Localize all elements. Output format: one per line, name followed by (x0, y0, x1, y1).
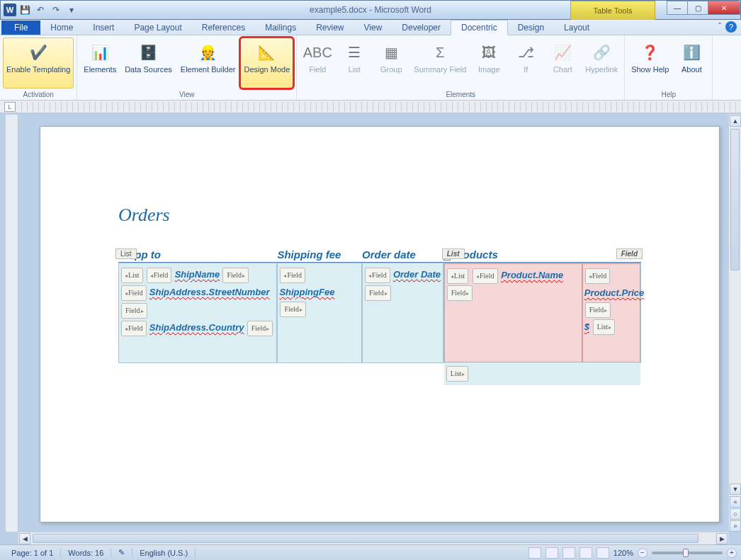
scroll-left-button[interactable]: ◀ (19, 533, 30, 544)
help-icon[interactable]: ? (725, 21, 737, 33)
field-start-tag-7[interactable]: Field (585, 268, 611, 284)
redo-button[interactable]: ↷ (49, 3, 63, 17)
vertical-ruler[interactable] (6, 115, 18, 532)
summary-field-button[interactable]: ΣSummary Field (410, 38, 470, 88)
view-weblayout-button[interactable] (562, 547, 575, 559)
field-end-tag-6[interactable]: Field (447, 285, 473, 301)
vscroll-thumb[interactable] (730, 129, 740, 270)
field-start-tag-6[interactable]: Field (473, 268, 498, 284)
prev-page-button[interactable]: « (730, 496, 741, 508)
tab-file[interactable]: File (1, 21, 40, 35)
list-end-tag-2[interactable]: List (593, 319, 616, 335)
undo-button[interactable]: ↶ (33, 3, 47, 17)
browse-object-button[interactable]: ○ (730, 508, 741, 520)
inner-cell-productprice[interactable]: Field Product.Price Field $ List (582, 263, 640, 362)
qat-dropdown[interactable]: ▾ (64, 3, 79, 17)
field-end-tag-2[interactable]: Field (121, 303, 147, 319)
scroll-right-button[interactable]: ▶ (716, 533, 728, 544)
zoom-knob[interactable] (683, 549, 689, 557)
maximize-button[interactable]: ▢ (687, 1, 708, 15)
element-builder-button[interactable]: 👷Element Builder (177, 38, 239, 88)
close-button[interactable]: ✕ (708, 1, 740, 15)
field-end-tag[interactable]: Field (222, 268, 249, 283)
list-start-tag-2[interactable]: List (447, 268, 469, 284)
tab-review[interactable]: Review (306, 21, 353, 35)
show-help-button[interactable]: ❓Show Help (628, 38, 672, 88)
field-tag-float[interactable]: Field (616, 248, 643, 259)
tab-layout[interactable]: Layout (554, 21, 599, 35)
tab-developer[interactable]: Developer (392, 21, 451, 35)
inner-cell-productname[interactable]: List Field Product.Name Field (444, 263, 582, 362)
datasources-button[interactable]: 🗄️Data Sources (121, 38, 176, 88)
minimize-button[interactable]: — (667, 1, 688, 15)
field-start-tag[interactable]: Field (147, 268, 172, 283)
binding-street: ShipAddress.StreetNumber (149, 287, 270, 297)
ribbon-tabs: File Home Insert Page Layout References … (0, 20, 741, 35)
zoom-out-button[interactable]: − (638, 548, 647, 558)
tab-mailings[interactable]: Mailings (255, 21, 306, 35)
field-start-tag-5[interactable]: Field (365, 268, 390, 283)
image-button[interactable]: 🖼Image (471, 38, 507, 88)
field-button[interactable]: ABCField (300, 38, 335, 88)
scroll-up-button[interactable]: ▲ (730, 115, 741, 127)
image-label: Image (478, 65, 500, 74)
elements-button[interactable]: 📊Elements (80, 38, 120, 88)
status-language[interactable]: English (U.S.) (132, 549, 196, 557)
builder-icon: 👷 (197, 41, 220, 64)
group-button[interactable]: ▦Group (373, 38, 409, 88)
tab-references[interactable]: References (192, 21, 255, 35)
cell-shippingfee[interactable]: Field ShippingFee Field (277, 263, 362, 363)
hscroll-thumb[interactable] (33, 534, 698, 543)
hierarchy-icon: 📊 (89, 41, 111, 64)
page[interactable]: Orders List Shipp to Shipping fee Order … (40, 126, 720, 522)
view-printlayout-button[interactable] (528, 547, 541, 559)
header-shippingfee: Shipping fee (277, 247, 362, 262)
field-start-tag-2[interactable]: Field (121, 285, 147, 301)
group-elements-label: Elements (446, 90, 475, 99)
view-fullscreen-button[interactable] (545, 547, 558, 559)
if-button[interactable]: ⎇If (508, 38, 543, 88)
status-page[interactable]: Page: 1 of 1 (4, 549, 61, 557)
list-end-tag-3[interactable]: List (446, 366, 469, 382)
list-start-tag[interactable]: List (121, 268, 143, 283)
list-tag-float[interactable]: List (115, 248, 137, 259)
hyperlink-button[interactable]: 🔗Hyperlink (582, 38, 621, 88)
tab-selector[interactable]: L (4, 102, 16, 112)
horizontal-ruler[interactable]: L (0, 101, 741, 113)
view-draft-button[interactable] (596, 547, 609, 559)
field-label: Field (309, 65, 326, 74)
field-end-tag-3[interactable]: Field (247, 321, 273, 336)
cell-products[interactable]: List Field Product.Name Field Field Prod… (443, 263, 641, 363)
field-end-tag-7[interactable]: Field (585, 302, 611, 318)
status-words[interactable]: Words: 16 (61, 549, 111, 557)
tab-docentric[interactable]: Docentric (451, 20, 508, 35)
next-page-button[interactable]: » (730, 520, 741, 532)
field-start-tag-4[interactable]: Field (280, 268, 305, 283)
vertical-scrollbar[interactable]: ▲ ▼ « ○ » (728, 115, 741, 532)
tab-home[interactable]: Home (40, 21, 83, 35)
enable-templating-button[interactable]: ✔️ Enable Templating (3, 38, 74, 88)
scroll-down-button[interactable]: ▼ (730, 484, 741, 495)
cell-shippto[interactable]: List Field ShipName Field Field ShipAddr… (118, 263, 277, 363)
list-tag-float-2[interactable]: List (442, 248, 465, 259)
zoom-slider[interactable] (652, 552, 723, 554)
view-outline-button[interactable] (579, 547, 592, 559)
zoom-level[interactable]: 120% (613, 549, 633, 557)
tab-design[interactable]: Design (508, 21, 554, 35)
chart-button[interactable]: 📈Chart (545, 38, 580, 88)
list-button[interactable]: ☰List (336, 38, 372, 88)
minimize-ribbon-icon[interactable]: ˆ (718, 22, 721, 32)
about-button[interactable]: ℹ️About (674, 38, 709, 88)
save-button[interactable]: 💾 (18, 3, 32, 17)
field-end-tag-4[interactable]: Field (280, 302, 306, 317)
horizontal-scrollbar[interactable]: ◀ ▶ (18, 532, 728, 544)
field-start-tag-3[interactable]: Field (121, 321, 147, 336)
tab-pagelayout[interactable]: Page Layout (124, 21, 191, 35)
field-end-tag-5[interactable]: Field (365, 285, 391, 301)
tab-insert[interactable]: Insert (83, 21, 124, 35)
zoom-in-button[interactable]: + (727, 548, 737, 558)
cell-orderdate[interactable]: Field Order Date Field (362, 263, 443, 363)
status-proofing[interactable]: ✎ (111, 548, 132, 557)
design-mode-button[interactable]: 📐Design Mode (240, 38, 293, 88)
tab-view[interactable]: View (354, 21, 392, 35)
